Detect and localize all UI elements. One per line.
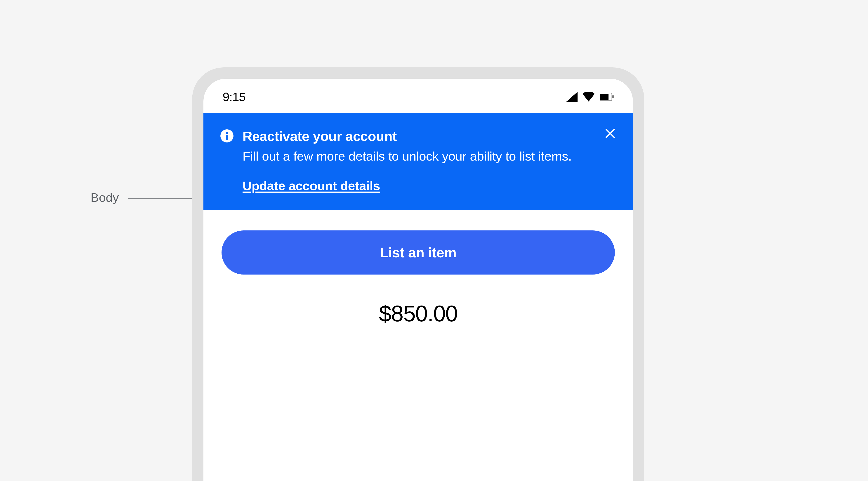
notice-content: Reactivate your account Fill out a few m… — [243, 128, 616, 193]
info-icon — [220, 129, 234, 143]
close-icon — [606, 129, 615, 139]
notice-body-text: Fill out a few more details to unlock yo… — [243, 147, 598, 165]
list-item-button[interactable]: List an item — [221, 231, 615, 274]
content-area: List an item $850.00 — [204, 210, 633, 327]
close-button[interactable] — [604, 127, 617, 140]
notice-banner: Reactivate your account Fill out a few m… — [204, 113, 633, 210]
battery-icon — [600, 93, 614, 101]
balance-amount: $850.00 — [221, 301, 615, 327]
wifi-icon — [583, 92, 595, 101]
cellular-signal-icon — [566, 92, 578, 102]
phone-screen: 9:15 — [204, 79, 633, 481]
svg-rect-5 — [226, 135, 228, 140]
status-icons-group — [566, 92, 614, 102]
status-bar: 9:15 — [204, 79, 633, 113]
phone-device-frame: 9:15 — [192, 67, 644, 481]
status-time: 9:15 — [223, 90, 246, 104]
notice-title: Reactivate your account — [243, 128, 598, 144]
svg-point-4 — [226, 131, 228, 134]
svg-rect-2 — [612, 95, 614, 98]
annotation-body-label: Body — [91, 190, 119, 204]
update-account-link[interactable]: Update account details — [243, 178, 380, 193]
svg-rect-1 — [600, 94, 609, 100]
